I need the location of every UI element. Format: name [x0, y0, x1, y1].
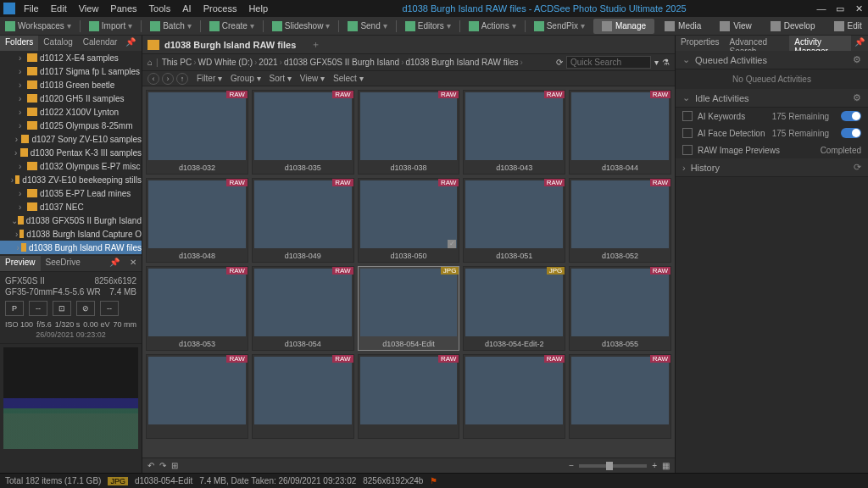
add-tab-button[interactable]: ＋ [311, 38, 320, 51]
menu-tools[interactable]: Tools [144, 2, 176, 15]
thumbnail-size-slider[interactable] [579, 464, 647, 468]
maximize-button[interactable]: ▭ [834, 3, 846, 14]
tree-folder[interactable]: ›d1018 Green beetle [0, 78, 142, 92]
tree-folder[interactable]: ›d1038 Burgh Island RAW files [0, 241, 142, 254]
toolbar-send[interactable]: Send ▾ [348, 21, 387, 31]
compare-icon[interactable]: ⊞ [171, 461, 178, 470]
close-panel-icon[interactable]: ✕ [125, 256, 142, 271]
filter-select[interactable]: Select ▾ [333, 74, 364, 83]
mode-view[interactable]: View [711, 19, 760, 34]
tab-folders[interactable]: Folders [0, 36, 38, 51]
tree-folder[interactable]: ›d1032 Olympus E-P7 misc [0, 159, 142, 173]
history-header[interactable]: › History ⟳ [676, 158, 868, 177]
tab-catalog[interactable]: Catalog [38, 36, 77, 51]
mode-edit[interactable]: Edit [826, 19, 869, 34]
folder-tree[interactable]: ›d1012 X-E4 samples›d1017 Sigma fp L sam… [0, 51, 142, 256]
thumbnail-card[interactable]: RAWd1038-035 [252, 90, 354, 175]
pin-icon[interactable]: 📌 [122, 36, 139, 51]
home-icon[interactable]: ⌂ [147, 58, 153, 67]
menu-edit[interactable]: Edit [46, 2, 72, 15]
toolbar-actions[interactable]: Actions ▾ [469, 21, 516, 31]
tree-folder[interactable]: ›d1038 Burgh Island Capture O [0, 227, 142, 241]
thumbnail-card[interactable]: JPGd1038-054-Edit [358, 266, 460, 351]
toolbar-editors[interactable]: Editors ▾ [405, 21, 451, 31]
tree-folder[interactable]: ›d1027 Sony ZV-E10 samples [0, 132, 142, 146]
toolbar-slideshow[interactable]: Slideshow ▾ [272, 21, 331, 31]
toolbar-batch[interactable]: Batch ▾ [150, 21, 192, 31]
activity-toggle[interactable] [841, 111, 861, 121]
tree-folder[interactable]: ›d1017 Sigma fp L samples [0, 64, 142, 78]
filter-filter[interactable]: Filter ▾ [197, 74, 222, 83]
nav-up-button[interactable]: ↑ [176, 73, 188, 85]
activity-toggle[interactable] [841, 128, 861, 138]
tree-folder[interactable]: ›d1030 Pentax K-3 III samples [0, 146, 142, 159]
thumbnail-card[interactable]: JPGd1038-054-Edit-2 [463, 266, 565, 351]
gear-icon[interactable]: ⚙ [853, 54, 861, 65]
tab-calendar[interactable]: Calendar [78, 36, 123, 51]
breadcrumb-item[interactable]: This PC [162, 58, 192, 67]
pin-icon[interactable]: 📌 [104, 256, 125, 271]
thumbnail-card[interactable]: RAW [146, 354, 248, 439]
zoom-out-icon[interactable]: − [569, 461, 574, 470]
menu-file[interactable]: File [19, 2, 44, 15]
toolbar-sendpix[interactable]: SendPix ▾ [534, 21, 585, 31]
thumbnail-card[interactable]: RAW✓d1038-050 [358, 178, 460, 263]
tab-seedrive[interactable]: SeeDrive [41, 256, 86, 271]
status-flag-icon[interactable]: ⚑ [430, 476, 437, 485]
mode-media[interactable]: Media [656, 19, 709, 34]
tree-folder[interactable]: ›d1033 ZV-E10 beekeeping stills [0, 173, 142, 186]
thumbnail-card[interactable]: RAW [252, 354, 354, 439]
tab-advanced-search[interactable]: Advanced Search [725, 36, 790, 51]
menu-process[interactable]: Process [198, 2, 242, 15]
breadcrumb-item[interactable]: WD White (D:) [198, 58, 253, 67]
minimize-button[interactable]: — [815, 3, 827, 14]
filter-icon[interactable]: ⚗ [662, 58, 670, 67]
close-button[interactable]: ✕ [853, 3, 865, 14]
mode-develop[interactable]: Develop [762, 19, 824, 34]
toolbar-import[interactable]: Import ▾ [89, 21, 132, 31]
toolbar-create[interactable]: Create ▾ [209, 21, 254, 31]
queued-activities-header[interactable]: ⌄ Queued Activities ⚙ [676, 51, 868, 69]
thumbnail-card[interactable]: RAW [463, 354, 565, 439]
tree-folder[interactable]: ›d1037 NEC [0, 200, 142, 214]
tree-folder[interactable]: ⌄d1038 GFX50S II Burgh Island [0, 214, 142, 227]
mode-manage[interactable]: Manage [593, 19, 654, 34]
gear-icon[interactable]: ⚙ [853, 92, 861, 103]
search-options-icon[interactable]: ▾ [654, 58, 659, 67]
zoom-in-icon[interactable]: + [652, 461, 657, 470]
breadcrumb-item[interactable]: 2021 [259, 58, 277, 67]
thumbnail-card[interactable]: RAW [358, 354, 460, 439]
thumbnail-card[interactable]: RAWd1038-049 [252, 178, 354, 263]
filter-group[interactable]: Group ▾ [231, 74, 261, 83]
filter-sort[interactable]: Sort ▾ [270, 74, 292, 83]
rotate-left-icon[interactable]: ↶ [147, 461, 154, 470]
layout-icon[interactable]: ▦ [662, 461, 670, 470]
refresh-icon[interactable]: ⟳ [556, 58, 563, 67]
idle-activities-header[interactable]: ⌄ Idle Activities ⚙ [676, 89, 868, 108]
thumbnail-card[interactable]: RAWd1038-051 [463, 178, 565, 263]
toolbar-workspaces[interactable]: Workspaces ▾ [5, 21, 71, 31]
breadcrumb-item[interactable]: d1038 Burgh Island RAW files [406, 58, 519, 67]
thumbnail-card[interactable]: RAWd1038-053 [146, 266, 248, 351]
thumbnail-card[interactable]: RAWd1038-038 [358, 90, 460, 175]
rotate-right-icon[interactable]: ↷ [159, 461, 166, 470]
thumbnail-card[interactable]: RAWd1038-054 [252, 266, 354, 351]
tab-activity-manager[interactable]: Activity Manager [789, 36, 851, 51]
thumbnail-card[interactable]: RAWd1038-048 [146, 178, 248, 263]
menu-view[interactable]: View [74, 2, 104, 15]
thumbnail-card[interactable]: RAWd1038-032 [146, 90, 248, 175]
tree-folder[interactable]: ›d1035 E-P7 Lead mines [0, 186, 142, 200]
thumbnail-card[interactable]: RAWd1038-052 [569, 178, 671, 263]
thumbnail-grid[interactable]: RAWd1038-032RAWd1038-035RAWd1038-038RAWd… [142, 86, 675, 458]
thumbnail-card[interactable]: RAWd1038-044 [569, 90, 671, 175]
tab-preview[interactable]: Preview [0, 256, 41, 271]
thumbnail-card[interactable]: RAW [569, 354, 671, 439]
menu-panes[interactable]: Panes [105, 2, 142, 15]
breadcrumb-item[interactable]: d1038 GFX50S II Burgh Island [284, 58, 399, 67]
nav-back-button[interactable]: ‹ [147, 73, 159, 85]
tree-folder[interactable]: ›d1022 X100V Lynton [0, 105, 142, 119]
thumbnail-card[interactable]: RAWd1038-055 [569, 266, 671, 351]
tree-folder[interactable]: ›d1020 GH5 II samples [0, 92, 142, 105]
nav-forward-button[interactable]: › [162, 73, 174, 85]
thumbnail-card[interactable]: RAWd1038-043 [463, 90, 565, 175]
